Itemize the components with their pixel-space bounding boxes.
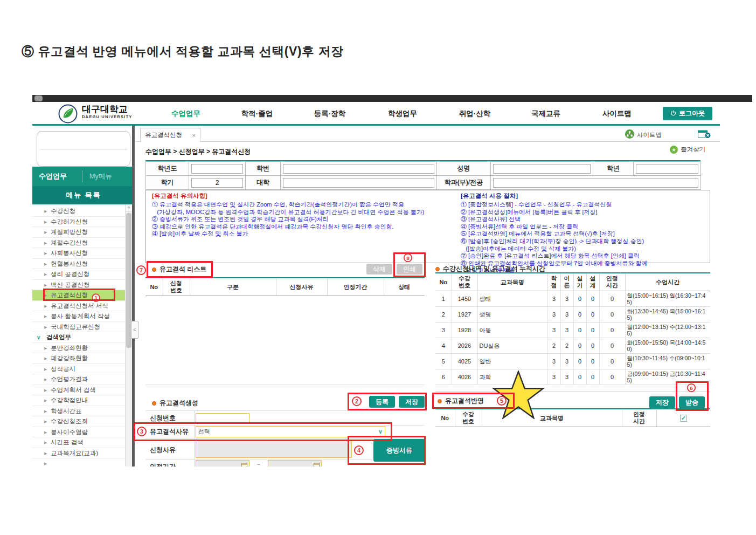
select-all-checkbox[interactable]: ✓	[680, 415, 687, 422]
sidebar-tab-mymenu[interactable]: My메뉴	[89, 172, 112, 181]
nav-item-registration[interactable]: 등록·장학	[314, 109, 346, 119]
bullet-icon	[438, 399, 442, 403]
sidebar-item[interactable]: ▶성적공시	[32, 364, 125, 375]
name-input[interactable]	[493, 164, 591, 174]
year-input[interactable]	[191, 164, 243, 174]
sidebar-item[interactable]: ▶수업계획서 검색	[32, 385, 125, 396]
student-id-input[interactable]	[283, 164, 434, 174]
absence-list-table: No 신청 번호 구분 신청사유 인정기간 상태	[145, 277, 425, 296]
sidebar-tab-classwork[interactable]: 수업업무	[39, 172, 67, 181]
nav-item-student-affairs[interactable]: 학생업무	[388, 109, 417, 119]
period-start-input[interactable]	[196, 460, 249, 467]
creation-title: 유고결석생성	[152, 399, 198, 408]
popup-window-icon[interactable]	[698, 130, 711, 141]
sidebar-item[interactable]: ▶분반강좌현황	[32, 343, 125, 354]
delete-button[interactable]: 삭제	[366, 264, 392, 275]
arrow-right-icon: ▶	[44, 322, 47, 333]
print-button[interactable]: 인쇄	[397, 264, 422, 275]
period-separator: ~	[256, 461, 260, 467]
sidebar-menu-list: ▶수강신청 ▶수강허가신청 ▶계절희망신청 ▶계절수강신청 ▶사회봉사신청 ▶헌…	[32, 204, 125, 467]
nav-item-records[interactable]: 학적·졸업	[241, 109, 273, 119]
arrow-right-icon: ▶	[44, 437, 47, 448]
sidebar-item[interactable]: ▶학생시간표	[32, 406, 125, 417]
notice-cautions: [유고결석 유의사항] ① 유고결석 적용은 대면수업 및 실시간 Zoom 수…	[152, 192, 456, 238]
period-end-input[interactable]	[268, 460, 322, 467]
register-button[interactable]: 등록	[369, 396, 395, 408]
reason-type-value: 선택	[198, 428, 210, 436]
term-input[interactable]	[191, 178, 243, 188]
sitemap-link[interactable]: 사이트맵	[637, 131, 662, 139]
arrow-right-icon: ▶	[44, 364, 47, 375]
college-input[interactable]	[283, 178, 434, 188]
arrow-right-icon: ▶	[44, 248, 47, 259]
sidebar-item[interactable]: ▶수강허가신청	[32, 217, 125, 228]
table-row: 11450생태33000월(15:00~16:15) 월(16:30~17:45…	[435, 291, 710, 307]
header-divider	[32, 124, 720, 126]
sidebar-item-clipped[interactable]: ▶	[32, 458, 125, 467]
col-category: 구분	[190, 278, 276, 296]
logout-button[interactable]: 로그아웃	[663, 107, 712, 120]
sidebar-item[interactable]: ▶시간표 검색	[32, 437, 125, 448]
sitemap-icon[interactable]	[625, 129, 634, 141]
reflection-title: 유고결석반영	[438, 396, 484, 406]
sidebar-item[interactable]: ▶계절희망신청	[32, 227, 125, 238]
sidebar-item[interactable]: ▶유고결석신청서 서식	[32, 301, 125, 312]
evidence-button[interactable]: 증빙서류	[373, 439, 425, 462]
dept-input[interactable]	[493, 178, 698, 188]
sidebar-item[interactable]: ▶사회봉사신청	[32, 248, 125, 259]
table-row: 64026과학33000금(09:00~10:15) 금(10:30~11:45…	[435, 369, 710, 385]
tab-close-icon[interactable]: ×	[192, 132, 196, 139]
sidebar-item[interactable]: ▶수업평가결과	[32, 374, 125, 385]
arrow-right-icon: ▶	[44, 427, 47, 438]
col-status: 상태	[384, 278, 425, 296]
sidebar-item[interactable]: ▶수강신청	[32, 206, 125, 217]
reason-type-select[interactable]: 선택 ∨	[196, 426, 385, 437]
portal-frame: 대구대학교 DAEGU UNIVERSITY 수업업무 학적·졸업 등록·장학 …	[32, 102, 720, 467]
table-row: 54025일반33000월(10:30~11:45) 수(09:00~10:15…	[435, 354, 710, 369]
sidebar-item[interactable]: ▶봉사이수열람	[32, 427, 125, 438]
nav-item-sitemap[interactable]: 사이트맵	[602, 109, 632, 119]
creation-save-button[interactable]: 저장	[399, 396, 425, 408]
arrow-right-icon: ▶	[44, 311, 47, 322]
table-row: 42026DU실용22000화(15:00~15:50) 목(14:00~14:…	[435, 338, 710, 354]
university-logo-icon	[58, 104, 78, 124]
tab-absence-apply[interactable]: 유고결석신청 ×	[140, 128, 200, 142]
sidebar-collapse-handle[interactable]: <	[131, 321, 138, 339]
sidebar-item[interactable]: ▶백신 공결신청	[32, 280, 125, 291]
arrow-right-icon: ▶	[44, 343, 47, 354]
power-icon	[670, 110, 676, 118]
arrow-right-icon: ▶	[44, 448, 47, 459]
absence-list-title: 유고결석 리스트	[152, 265, 206, 274]
university-name-kr: 대구대학교	[82, 105, 132, 114]
nav-item-classwork[interactable]: 수업업무	[171, 109, 200, 119]
sidebar-item[interactable]: ▶국내학점교류신청	[32, 322, 125, 333]
nav-item-career[interactable]: 취업·산학	[459, 109, 491, 119]
sidebar-item[interactable]: ▶헌혈봉사신청	[32, 259, 125, 270]
sidebar-item[interactable]: ▶수강신청조회	[32, 416, 125, 427]
scroll-up-arrow[interactable]: ^	[126, 204, 132, 212]
sidebar-item[interactable]: ▶계절수강신청	[32, 238, 125, 249]
send-button[interactable]: 발송	[679, 396, 705, 408]
favorites-link[interactable]: ★ 즐겨찾기	[670, 146, 705, 154]
page-title: ⑤ 유고결석 반영 메뉴에서 적용할 교과목 선택(V)후 저장	[22, 43, 343, 60]
nav-item-international[interactable]: 국제교류	[531, 109, 560, 119]
sidebar-item[interactable]: ▶생리 공결신청	[32, 269, 125, 280]
sidebar-section-search[interactable]: ∨검색업무	[32, 332, 125, 343]
favorites-label: 즐겨찾기	[681, 146, 705, 154]
sidebar-item[interactable]: ▶폐강강좌현황	[32, 353, 125, 364]
annotation-2: 2	[352, 396, 362, 406]
sidebar-item[interactable]: ▶교과목개요(교과)	[32, 448, 125, 459]
grade-input[interactable]	[636, 164, 698, 174]
arrow-right-icon: ▶	[44, 206, 47, 217]
arrow-right-icon: ▶	[44, 458, 47, 467]
apply-no-input[interactable]	[196, 413, 249, 423]
annotation-8: 8	[404, 253, 412, 262]
reflection-save-button[interactable]: 저장	[649, 396, 675, 408]
notice-cautions-title: [유고결석 유의사항]	[152, 192, 456, 200]
sidebar-item[interactable]: ▶수강학점안내	[32, 395, 125, 406]
university-logo-text: 대구대학교 DAEGU UNIVERSITY	[82, 105, 132, 119]
sidebar-item-absence-apply[interactable]: ▶ 유고결석신청 1	[32, 290, 125, 301]
sidebar-item[interactable]: ▶봉사 활동계획서 작성	[32, 311, 125, 322]
arrow-right-icon: ▶	[44, 301, 47, 312]
reason-textarea[interactable]	[196, 440, 352, 458]
